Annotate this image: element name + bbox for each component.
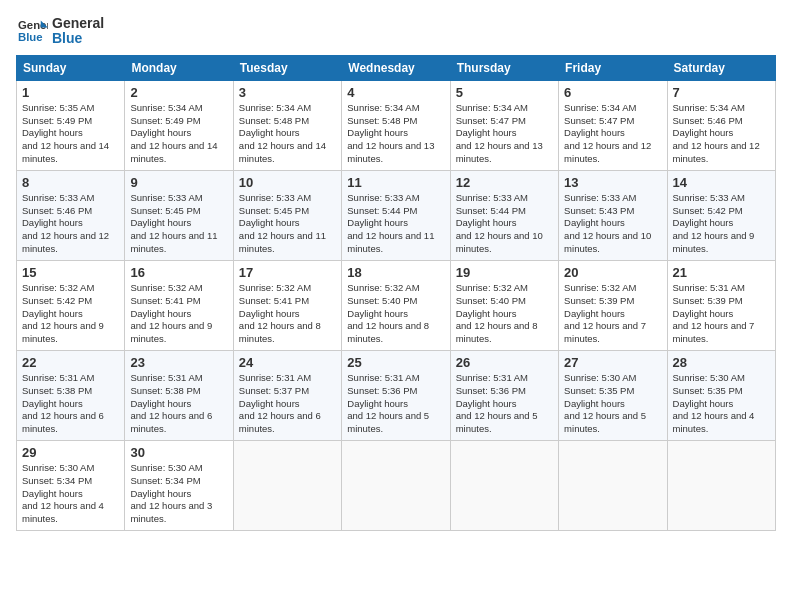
calendar-cell: 30 Sunrise: 5:30 AM Sunset: 5:34 PM Dayl… bbox=[125, 441, 233, 531]
day-number: 1 bbox=[22, 85, 119, 100]
day-number: 19 bbox=[456, 265, 553, 280]
day-info: Sunrise: 5:31 AM Sunset: 5:37 PM Dayligh… bbox=[239, 372, 336, 436]
day-number: 25 bbox=[347, 355, 444, 370]
day-info: Sunrise: 5:34 AM Sunset: 5:48 PM Dayligh… bbox=[347, 102, 444, 166]
day-number: 4 bbox=[347, 85, 444, 100]
calendar-cell bbox=[667, 441, 775, 531]
calendar-cell: 14 Sunrise: 5:33 AM Sunset: 5:42 PM Dayl… bbox=[667, 170, 775, 260]
day-number: 9 bbox=[130, 175, 227, 190]
day-number: 29 bbox=[22, 445, 119, 460]
day-info: Sunrise: 5:31 AM Sunset: 5:38 PM Dayligh… bbox=[22, 372, 119, 436]
calendar-cell: 27 Sunrise: 5:30 AM Sunset: 5:35 PM Dayl… bbox=[559, 350, 667, 440]
calendar-cell: 6 Sunrise: 5:34 AM Sunset: 5:47 PM Dayli… bbox=[559, 80, 667, 170]
calendar-cell: 18 Sunrise: 5:32 AM Sunset: 5:40 PM Dayl… bbox=[342, 260, 450, 350]
day-info: Sunrise: 5:31 AM Sunset: 5:36 PM Dayligh… bbox=[347, 372, 444, 436]
day-number: 21 bbox=[673, 265, 770, 280]
calendar-cell: 26 Sunrise: 5:31 AM Sunset: 5:36 PM Dayl… bbox=[450, 350, 558, 440]
calendar-cell: 29 Sunrise: 5:30 AM Sunset: 5:34 PM Dayl… bbox=[17, 441, 125, 531]
day-info: Sunrise: 5:33 AM Sunset: 5:42 PM Dayligh… bbox=[673, 192, 770, 256]
day-info: Sunrise: 5:32 AM Sunset: 5:40 PM Dayligh… bbox=[347, 282, 444, 346]
day-info: Sunrise: 5:32 AM Sunset: 5:40 PM Dayligh… bbox=[456, 282, 553, 346]
calendar-body: 1 Sunrise: 5:35 AM Sunset: 5:49 PM Dayli… bbox=[17, 80, 776, 530]
calendar-cell: 10 Sunrise: 5:33 AM Sunset: 5:45 PM Dayl… bbox=[233, 170, 341, 260]
logo-general: General bbox=[52, 16, 104, 31]
logo: General Blue General Blue bbox=[16, 16, 104, 47]
day-number: 5 bbox=[456, 85, 553, 100]
calendar-cell: 20 Sunrise: 5:32 AM Sunset: 5:39 PM Dayl… bbox=[559, 260, 667, 350]
day-number: 3 bbox=[239, 85, 336, 100]
calendar-cell: 5 Sunrise: 5:34 AM Sunset: 5:47 PM Dayli… bbox=[450, 80, 558, 170]
day-number: 24 bbox=[239, 355, 336, 370]
day-number: 10 bbox=[239, 175, 336, 190]
day-number: 14 bbox=[673, 175, 770, 190]
day-info: Sunrise: 5:34 AM Sunset: 5:46 PM Dayligh… bbox=[673, 102, 770, 166]
day-number: 2 bbox=[130, 85, 227, 100]
day-number: 20 bbox=[564, 265, 661, 280]
day-number: 23 bbox=[130, 355, 227, 370]
day-number: 26 bbox=[456, 355, 553, 370]
logo-blue: Blue bbox=[52, 31, 104, 46]
calendar-week-3: 15 Sunrise: 5:32 AM Sunset: 5:42 PM Dayl… bbox=[17, 260, 776, 350]
day-info: Sunrise: 5:33 AM Sunset: 5:45 PM Dayligh… bbox=[239, 192, 336, 256]
calendar-cell: 16 Sunrise: 5:32 AM Sunset: 5:41 PM Dayl… bbox=[125, 260, 233, 350]
day-info: Sunrise: 5:32 AM Sunset: 5:42 PM Dayligh… bbox=[22, 282, 119, 346]
day-info: Sunrise: 5:34 AM Sunset: 5:49 PM Dayligh… bbox=[130, 102, 227, 166]
day-info: Sunrise: 5:34 AM Sunset: 5:47 PM Dayligh… bbox=[564, 102, 661, 166]
calendar-week-5: 29 Sunrise: 5:30 AM Sunset: 5:34 PM Dayl… bbox=[17, 441, 776, 531]
day-header-saturday: Saturday bbox=[667, 55, 775, 80]
day-info: Sunrise: 5:33 AM Sunset: 5:44 PM Dayligh… bbox=[456, 192, 553, 256]
day-header-monday: Monday bbox=[125, 55, 233, 80]
calendar-cell: 17 Sunrise: 5:32 AM Sunset: 5:41 PM Dayl… bbox=[233, 260, 341, 350]
day-header-wednesday: Wednesday bbox=[342, 55, 450, 80]
svg-text:Blue: Blue bbox=[18, 31, 43, 43]
calendar-cell: 13 Sunrise: 5:33 AM Sunset: 5:43 PM Dayl… bbox=[559, 170, 667, 260]
calendar-cell: 25 Sunrise: 5:31 AM Sunset: 5:36 PM Dayl… bbox=[342, 350, 450, 440]
day-number: 6 bbox=[564, 85, 661, 100]
logo-icon: General Blue bbox=[16, 17, 48, 45]
day-header-tuesday: Tuesday bbox=[233, 55, 341, 80]
day-number: 12 bbox=[456, 175, 553, 190]
calendar-cell: 1 Sunrise: 5:35 AM Sunset: 5:49 PM Dayli… bbox=[17, 80, 125, 170]
calendar-cell: 22 Sunrise: 5:31 AM Sunset: 5:38 PM Dayl… bbox=[17, 350, 125, 440]
day-number: 16 bbox=[130, 265, 227, 280]
calendar-cell: 19 Sunrise: 5:32 AM Sunset: 5:40 PM Dayl… bbox=[450, 260, 558, 350]
day-number: 18 bbox=[347, 265, 444, 280]
calendar-cell bbox=[450, 441, 558, 531]
calendar-cell: 11 Sunrise: 5:33 AM Sunset: 5:44 PM Dayl… bbox=[342, 170, 450, 260]
day-info: Sunrise: 5:32 AM Sunset: 5:39 PM Dayligh… bbox=[564, 282, 661, 346]
calendar-cell: 8 Sunrise: 5:33 AM Sunset: 5:46 PM Dayli… bbox=[17, 170, 125, 260]
day-info: Sunrise: 5:33 AM Sunset: 5:46 PM Dayligh… bbox=[22, 192, 119, 256]
day-number: 11 bbox=[347, 175, 444, 190]
day-number: 8 bbox=[22, 175, 119, 190]
day-number: 22 bbox=[22, 355, 119, 370]
day-number: 30 bbox=[130, 445, 227, 460]
calendar-cell: 4 Sunrise: 5:34 AM Sunset: 5:48 PM Dayli… bbox=[342, 80, 450, 170]
day-info: Sunrise: 5:32 AM Sunset: 5:41 PM Dayligh… bbox=[239, 282, 336, 346]
day-info: Sunrise: 5:30 AM Sunset: 5:34 PM Dayligh… bbox=[130, 462, 227, 526]
calendar-cell: 28 Sunrise: 5:30 AM Sunset: 5:35 PM Dayl… bbox=[667, 350, 775, 440]
day-number: 13 bbox=[564, 175, 661, 190]
calendar-cell bbox=[233, 441, 341, 531]
day-info: Sunrise: 5:32 AM Sunset: 5:41 PM Dayligh… bbox=[130, 282, 227, 346]
calendar-cell: 3 Sunrise: 5:34 AM Sunset: 5:48 PM Dayli… bbox=[233, 80, 341, 170]
calendar-cell: 9 Sunrise: 5:33 AM Sunset: 5:45 PM Dayli… bbox=[125, 170, 233, 260]
day-number: 15 bbox=[22, 265, 119, 280]
day-info: Sunrise: 5:35 AM Sunset: 5:49 PM Dayligh… bbox=[22, 102, 119, 166]
day-info: Sunrise: 5:34 AM Sunset: 5:48 PM Dayligh… bbox=[239, 102, 336, 166]
day-header-sunday: Sunday bbox=[17, 55, 125, 80]
day-info: Sunrise: 5:30 AM Sunset: 5:34 PM Dayligh… bbox=[22, 462, 119, 526]
day-header-thursday: Thursday bbox=[450, 55, 558, 80]
day-number: 28 bbox=[673, 355, 770, 370]
calendar-cell: 15 Sunrise: 5:32 AM Sunset: 5:42 PM Dayl… bbox=[17, 260, 125, 350]
calendar-cell bbox=[342, 441, 450, 531]
day-info: Sunrise: 5:31 AM Sunset: 5:36 PM Dayligh… bbox=[456, 372, 553, 436]
calendar-header: SundayMondayTuesdayWednesdayThursdayFrid… bbox=[17, 55, 776, 80]
day-info: Sunrise: 5:33 AM Sunset: 5:45 PM Dayligh… bbox=[130, 192, 227, 256]
calendar-week-4: 22 Sunrise: 5:31 AM Sunset: 5:38 PM Dayl… bbox=[17, 350, 776, 440]
calendar-cell: 12 Sunrise: 5:33 AM Sunset: 5:44 PM Dayl… bbox=[450, 170, 558, 260]
calendar-cell: 2 Sunrise: 5:34 AM Sunset: 5:49 PM Dayli… bbox=[125, 80, 233, 170]
calendar-week-2: 8 Sunrise: 5:33 AM Sunset: 5:46 PM Dayli… bbox=[17, 170, 776, 260]
day-number: 17 bbox=[239, 265, 336, 280]
day-info: Sunrise: 5:33 AM Sunset: 5:43 PM Dayligh… bbox=[564, 192, 661, 256]
day-number: 7 bbox=[673, 85, 770, 100]
